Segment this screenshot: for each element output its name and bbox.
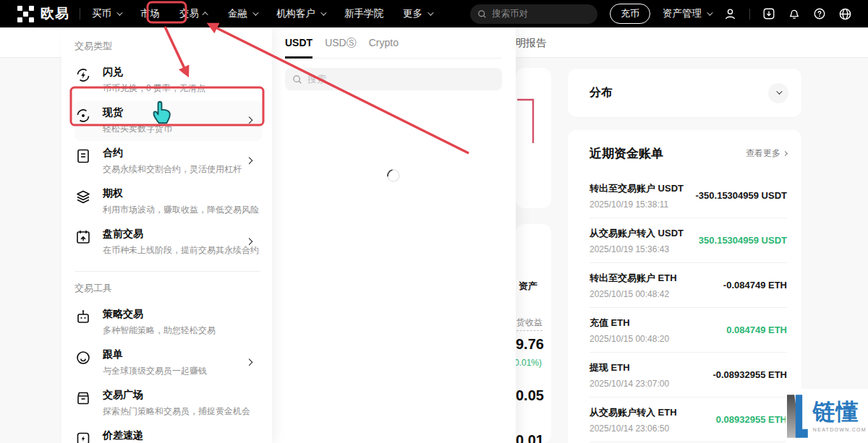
assets-menu[interactable]: 资产管理 [663,7,711,20]
okx-exchange-page: 明报告 资产 货收益 9.76 0.01%) 0.05 0.01 分布 [0,0,868,443]
bill-amount: -350.15304959 USDT [696,190,787,201]
distribution-expand-button[interactable] [768,83,788,103]
nav-item-buy-crypto[interactable]: 买币 [92,7,121,20]
bell-icon [788,7,801,20]
trade-types-section-label: 交易类型 [75,40,262,53]
pair-search-input[interactable] [307,74,488,85]
chevron-down-icon [776,88,782,94]
menu-item-copy-trading[interactable]: 跟单 与全球顶级交易员一起赚钱 [75,343,262,383]
bill-title: 转出至交易账户 USDT [590,182,684,195]
download-app-button[interactable] [762,7,775,20]
menu-item-strategy[interactable]: 策略交易 多种智能策略，助您轻松交易 [75,302,262,343]
bill-title: 从交易账户转入 ETH [590,406,677,419]
menu-item-premarket[interactable]: 盘前交易 在币种未上线阶段，提前交易其永续合约 [75,222,262,262]
deposit-button[interactable]: 充币 [610,4,650,24]
bill-row[interactable]: 充值 ETH 2025/10/15 00:48:20 0.084749 ETH [590,308,787,353]
tab-usdt[interactable]: USDT [285,37,312,58]
user-profile-button[interactable] [723,7,737,21]
nav-label: 交易 [179,7,199,20]
language-button[interactable] [838,7,852,21]
top-navbar: 欧易 买币 市场 交易 金融 机构客户 新手学院 更多 充币 资产管理 [0,0,868,27]
bill-amount: 0.084749 ETH [726,324,787,335]
menu-item-convert[interactable]: 闪兑 币币兑换，0 费率，无滑点 [75,60,262,100]
assets-menu-label: 资产管理 [663,7,702,20]
bill-amount: -0.084749 ETH [723,280,787,291]
nav-item-more[interactable]: 更多 [403,7,432,20]
menu-item-title: 合约 [103,147,242,160]
menu-item-desc: 与全球顶级交易员一起赚钱 [103,365,207,377]
menu-item-title: 跟单 [103,348,207,361]
search-icon [292,74,302,85]
pair-search-box[interactable] [285,68,502,90]
nav-label: 市场 [140,7,160,20]
nav-item-trade[interactable]: 交易 [179,7,208,20]
bill-row[interactable]: 从交易账户转入 ETH 2025/10/14 23:06:50 0.089329… [590,397,787,442]
view-more-link[interactable]: 查看更多 [746,147,787,160]
bill-title: 从交易账户转入 USDT [590,227,684,240]
chevron-right-icon [246,116,253,124]
bill-title: 提现 ETH [590,361,669,374]
menu-item-title: 期权 [103,187,259,200]
bill-row[interactable]: 转出至交易账户 ETH 2025/10/15 00:48:42 -0.08474… [590,263,787,308]
menu-item-spot[interactable]: 现货 轻松买卖数字货币 [75,100,262,141]
nav-search-box[interactable] [470,4,597,24]
help-button[interactable] [813,7,826,20]
menu-item-desc: 多种智能策略，助您轻松交易 [103,324,216,337]
asset-trend-chart-card [516,68,551,208]
bill-amount: -0.08932955 ETH [712,369,787,380]
bill-time: 2025/10/19 15:36:43 [590,244,684,254]
notifications-button[interactable] [788,7,801,20]
nav-item-academy[interactable]: 新手学院 [344,7,383,20]
trade-tools-section-label: 交易工具 [75,282,262,295]
bill-time: 2025/10/14 23:06:50 [590,423,677,434]
trade-dropdown-menu: 交易类型 闪兑 币币兑换，0 费率，无滑点 现货 轻松买卖数字货币 [61,27,272,443]
options-layers-icon [75,188,92,205]
asset-value-fragment-3: 0.01 [516,432,544,443]
menu-item-title: 价差速递 [103,429,207,442]
nav-search-input[interactable] [492,9,586,19]
menu-item-marketplace[interactable]: 交易广场 探索热门策略和交易员，捕捉黄金机会 [75,383,262,423]
flash-exchange-icon [75,66,92,84]
bill-title: 充值 ETH [590,317,669,330]
menu-item-options[interactable]: 期权 利用市场波动，赚取收益，降低交易风险 [75,181,262,222]
pair-tabs: USDT USDⓈ Crypto [285,37,502,59]
recent-bills-title: 近期资金账单 [590,145,663,162]
report-tab-fragment[interactable]: 明报告 [516,37,546,50]
distribution-card: 分布 [568,69,801,117]
neatdown-watermark: 链懂 NEATDOWN.COM [786,389,868,443]
spread-bolt-icon [75,430,92,443]
menu-item-nitro-spreads[interactable]: 价差速递 为合约价差提供深度流动性 [75,423,262,443]
menu-divider [75,271,260,272]
menu-item-desc: 利用市场波动，赚取收益，降低交易风险 [103,204,259,216]
chevron-down-icon [116,9,122,15]
nav-item-markets[interactable]: 市场 [140,7,160,20]
chevron-right-icon [246,157,253,164]
nav-divider [80,8,80,20]
nav-item-finance[interactable]: 金融 [228,7,257,20]
help-icon [813,7,826,20]
watermark-name: 链懂 [813,400,867,424]
menu-item-desc: 币币兑换，0 费率，无滑点 [103,82,205,95]
bill-amount: 0.08932955 ETH [716,414,787,425]
recent-bills-card: 近期资金账单 查看更多 转出至交易账户 USDT 2025/10/19 15:3… [568,130,801,443]
bill-row[interactable]: 提现 ETH 2025/10/14 23:07:00 -0.08932955 E… [590,353,787,397]
okx-brand[interactable]: 欧易 [17,4,69,23]
tab-crypto[interactable]: Crypto [369,37,399,58]
bill-amount: 350.15304959 USDT [699,235,787,246]
search-icon [477,9,487,19]
asset-stats-card: 资产 货收益 9.76 0.01%) 0.05 0.01 [516,224,551,443]
chevron-up-icon [202,12,208,17]
marketplace-icon [75,390,92,407]
okx-logo-icon [17,6,34,22]
tab-usds[interactable]: USDⓈ [325,37,357,58]
bill-time: 2025/10/15 00:48:20 [590,334,669,344]
asset-value-fragment-1: 9.76 [516,336,544,353]
nav-item-institutions[interactable]: 机构客户 [276,7,325,20]
menu-item-desc: 交易永续和交割合约，灵活使用杠杆 [103,163,242,176]
bill-row[interactable]: 转出至交易账户 USDT 2025/10/19 15:38:11 -350.15… [590,173,787,218]
menu-item-futures[interactable]: 合约 交易永续和交割合约，灵活使用杠杆 [75,141,262,181]
menu-item-title: 现货 [103,106,172,119]
bill-row[interactable]: 从交易账户转入 USDT 2025/10/19 15:36:43 350.153… [590,218,787,263]
chevron-right-icon [246,358,253,366]
chevron-right-icon [783,151,788,156]
